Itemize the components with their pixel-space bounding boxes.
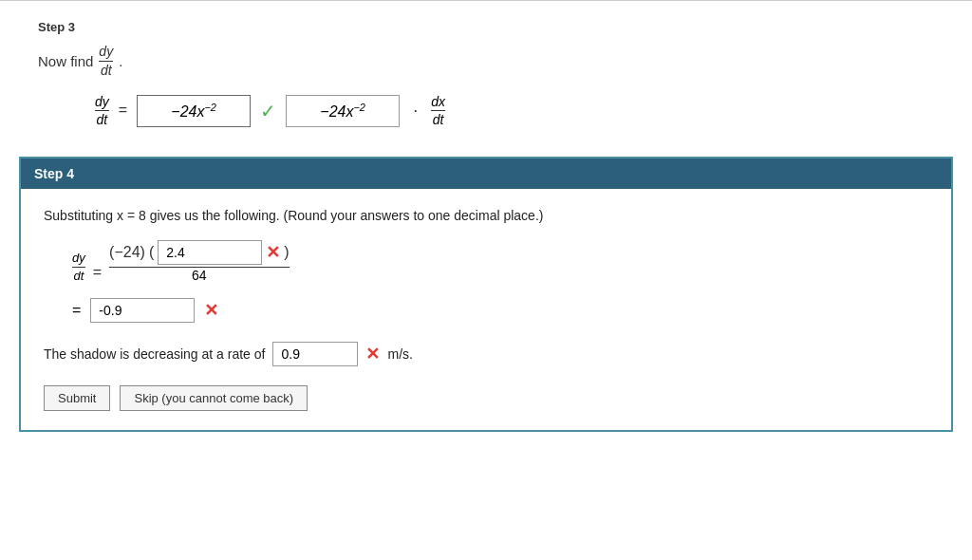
step3-label: Step 3 bbox=[38, 20, 934, 34]
shadow-value-input[interactable] bbox=[272, 342, 358, 366]
denom-value: 64 bbox=[109, 268, 289, 283]
step4-header: Step 4 bbox=[21, 159, 951, 189]
rhs-box: −24x−2 bbox=[286, 95, 400, 127]
lhs-fraction-small: dy dt bbox=[72, 251, 85, 283]
dy-dt-fraction: dy dt bbox=[99, 44, 113, 79]
lhs-fraction: dy dt bbox=[95, 94, 109, 129]
coeff-text: (−24) bbox=[109, 244, 145, 261]
numerator-row: (−24) ( ✕ ) bbox=[109, 240, 289, 265]
rhs-fraction: dx dt bbox=[431, 94, 445, 129]
clear-result-icon[interactable]: ✕ bbox=[204, 300, 218, 321]
step3-now-find-row: Now find dy dt . bbox=[38, 44, 934, 79]
submit-button[interactable]: Submit bbox=[44, 385, 110, 411]
step4-label: Step 4 bbox=[34, 166, 74, 181]
step4-description: Substituting x = 8 gives us the followin… bbox=[44, 208, 928, 223]
now-find-text: Now find bbox=[38, 53, 93, 69]
rhs-frac-numer: dx bbox=[431, 94, 445, 112]
checkmark-icon: ✓ bbox=[260, 100, 276, 122]
result-row: = ✕ bbox=[72, 298, 928, 323]
clear-shadow-icon[interactable]: ✕ bbox=[365, 344, 380, 364]
step3-section: Step 3 Now find dy dt . dy dt = −24x−2 ✓… bbox=[0, 1, 972, 157]
clear-numerator-icon[interactable]: ✕ bbox=[266, 242, 280, 263]
close-paren: ) bbox=[284, 244, 289, 261]
step4-body: Substituting x = 8 gives us the followin… bbox=[21, 189, 951, 430]
buttons-row: Submit Skip (you cannot come back) bbox=[44, 385, 928, 411]
step4-section: Step 4 Substituting x = 8 gives us the f… bbox=[19, 157, 953, 432]
skip-button[interactable]: Skip (you cannot come back) bbox=[120, 385, 308, 411]
fraction-denom: dt bbox=[101, 62, 112, 79]
dot-separator: · bbox=[413, 101, 418, 121]
step3-equation-row: dy dt = −24x−2 ✓ −24x−2 · dx dt bbox=[95, 94, 934, 129]
answer-box: −24x−2 bbox=[137, 95, 251, 127]
numerator-input[interactable] bbox=[158, 240, 262, 265]
lhs-denom-small: dt bbox=[73, 268, 84, 284]
result-eq-sign: = bbox=[72, 302, 81, 319]
eq-sign-step4: = bbox=[93, 264, 102, 281]
step4-equation-row: dy dt = (−24) ( ✕ ) 64 bbox=[72, 240, 928, 283]
open-paren: ( bbox=[149, 244, 154, 261]
lhs-denom: dt bbox=[97, 111, 108, 128]
shadow-row: The shadow is decreasing at a rate of ✕ … bbox=[44, 342, 928, 366]
equals-sign: = bbox=[119, 102, 127, 119]
result-input[interactable] bbox=[90, 298, 195, 323]
shadow-unit: m/s. bbox=[387, 346, 412, 362]
shadow-text: The shadow is decreasing at a rate of bbox=[44, 346, 265, 362]
lhs-numer-small: dy bbox=[72, 251, 85, 268]
period: . bbox=[119, 53, 122, 69]
fraction-numer: dy bbox=[99, 44, 113, 62]
fraction-block: (−24) ( ✕ ) 64 bbox=[109, 240, 289, 283]
rhs-frac-denom: dt bbox=[433, 111, 444, 128]
lhs-numer: dy bbox=[95, 94, 109, 112]
